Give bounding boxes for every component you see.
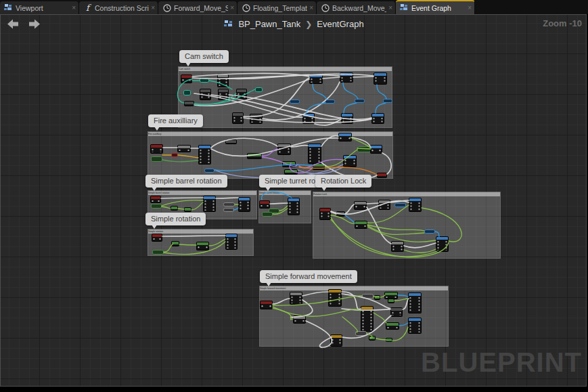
graph-node[interactable] <box>171 241 179 246</box>
graph-node[interactable] <box>232 112 244 124</box>
variable-pill-node[interactable] <box>383 99 392 103</box>
graph-node[interactable] <box>374 295 380 300</box>
function-node[interactable] <box>309 74 323 84</box>
variable-pill-node[interactable] <box>171 153 178 157</box>
graph-node[interactable] <box>247 153 262 159</box>
tab-close-icon[interactable]: × <box>151 4 155 12</box>
event-node[interactable] <box>152 234 162 242</box>
function-node[interactable] <box>198 145 211 165</box>
graph-node[interactable] <box>218 89 229 100</box>
function-node[interactable] <box>343 155 357 167</box>
breadcrumb-root[interactable]: BP_Pawn_Tank <box>238 19 300 29</box>
graph-node[interactable] <box>354 201 367 210</box>
function-node[interactable] <box>225 234 238 250</box>
graph-node[interactable] <box>293 315 306 324</box>
tab-construction-script[interactable]: fConstruction Script× <box>79 1 158 14</box>
variable-pill-node[interactable] <box>357 146 371 152</box>
comment-bubble[interactable]: Simple barrel rotation <box>145 175 227 188</box>
variable-pill-node[interactable] <box>183 90 191 95</box>
variable-pill-node[interactable] <box>200 78 209 83</box>
tab-floating-template[interactable]: Floating_Template× <box>238 1 317 14</box>
graph-node[interactable] <box>196 242 209 251</box>
tab-event-graph[interactable]: Event Graph× <box>396 0 475 14</box>
graph-node[interactable] <box>330 334 342 347</box>
variable-pill-node[interactable] <box>151 204 162 209</box>
comment-bubble[interactable]: Simple rotation <box>145 213 206 225</box>
graph-node[interactable] <box>236 89 247 100</box>
graph-node[interactable] <box>290 292 302 305</box>
graph-node[interactable] <box>386 338 392 342</box>
comment-bubble[interactable]: Rotation Lock <box>315 175 371 188</box>
graph-node[interactable] <box>388 299 394 303</box>
function-node[interactable] <box>436 236 449 252</box>
function-node[interactable] <box>238 197 250 212</box>
variable-pill-node[interactable] <box>362 294 374 299</box>
graph-node[interactable] <box>355 221 367 229</box>
graph-node[interactable] <box>217 74 229 87</box>
event-node[interactable] <box>260 301 273 309</box>
event-node[interactable] <box>319 208 331 220</box>
function-node[interactable] <box>408 292 422 313</box>
event-node[interactable] <box>377 173 387 178</box>
variable-pill-node[interactable] <box>355 99 365 103</box>
event-node[interactable] <box>259 200 270 209</box>
comment-bubble[interactable]: Simple forward movement <box>260 270 357 283</box>
function-node[interactable] <box>203 196 216 212</box>
variable-pill-node[interactable] <box>394 203 406 207</box>
variable-pill-node[interactable] <box>255 87 263 92</box>
variable-pill-node[interactable] <box>152 250 164 255</box>
graph-node[interactable] <box>361 306 374 332</box>
comment-region[interactable]: Rotation Lock <box>313 192 501 259</box>
graph-node[interactable] <box>336 211 345 217</box>
variable-pill-node[interactable] <box>325 100 335 104</box>
graph-node[interactable] <box>284 169 298 175</box>
variable-pill-node[interactable] <box>355 331 367 336</box>
variable-pill-node[interactable] <box>204 169 214 173</box>
tab-close-icon[interactable]: × <box>309 4 313 12</box>
graph-node[interactable] <box>313 163 325 170</box>
variable-pill-node[interactable] <box>151 156 162 162</box>
graph-node[interactable] <box>328 289 342 307</box>
function-node[interactable] <box>302 113 315 124</box>
graph-node[interactable] <box>184 101 194 106</box>
graph-node[interactable] <box>282 161 296 167</box>
variable-pill-node[interactable] <box>262 212 273 217</box>
graph-node[interactable] <box>386 322 399 330</box>
graph-node[interactable] <box>177 145 191 152</box>
graph-node[interactable] <box>225 139 237 144</box>
tab-close-icon[interactable]: × <box>230 4 234 12</box>
function-node[interactable] <box>341 113 353 124</box>
event-node[interactable] <box>181 74 192 83</box>
function-node[interactable] <box>340 72 353 83</box>
event-node[interactable] <box>150 144 163 154</box>
graph-node[interactable] <box>369 336 376 341</box>
graph-node[interactable] <box>390 307 403 317</box>
tab-close-icon[interactable]: × <box>388 4 392 12</box>
breadcrumb-current[interactable]: EventGraph <box>317 19 363 29</box>
comment-bubble[interactable]: Cam switch <box>179 50 229 63</box>
function-node[interactable] <box>408 318 422 334</box>
graph-node[interactable] <box>391 241 404 252</box>
tab-close-icon[interactable]: × <box>72 4 76 12</box>
tab-viewport[interactable]: Viewport× <box>0 1 79 14</box>
variable-pill-node[interactable] <box>223 202 235 206</box>
function-node[interactable] <box>371 113 384 124</box>
variable-pill-node[interactable] <box>223 208 234 212</box>
comment-bubble[interactable]: Fire auxilliary <box>148 114 203 127</box>
graph-node[interactable] <box>250 114 263 124</box>
graph-node[interactable] <box>200 89 211 100</box>
function-node[interactable] <box>308 144 321 164</box>
function-node[interactable] <box>370 145 382 154</box>
tab-forward-move-spe[interactable]: Forward_Move_Spe× <box>158 1 238 14</box>
variable-pill-node[interactable] <box>290 100 300 104</box>
event-node[interactable] <box>150 196 161 203</box>
variable-pill-node[interactable] <box>424 230 435 234</box>
function-node[interactable] <box>409 198 422 212</box>
function-node[interactable] <box>338 133 352 141</box>
function-node[interactable] <box>374 72 387 85</box>
graph-node[interactable] <box>277 144 291 155</box>
tab-close-icon[interactable]: × <box>468 4 472 12</box>
graph-node[interactable] <box>184 207 191 212</box>
graph-node[interactable] <box>171 206 178 211</box>
function-node[interactable] <box>288 198 300 215</box>
